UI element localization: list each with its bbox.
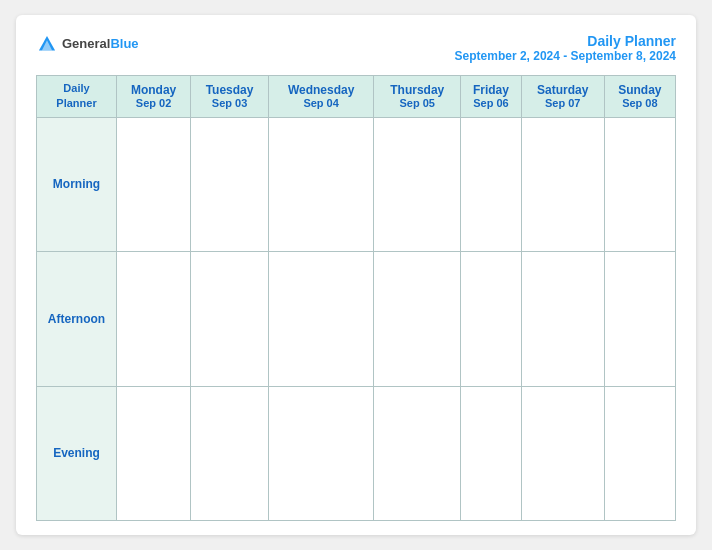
thursday-name: Thursday [376, 83, 458, 97]
calendar-table: DailyPlanner Monday Sep 02 Tuesday Sep 0… [36, 75, 676, 521]
table-header: DailyPlanner Monday Sep 02 Tuesday Sep 0… [37, 76, 676, 118]
afternoon-thursday[interactable] [374, 252, 461, 386]
morning-thursday[interactable] [374, 117, 461, 251]
morning-monday[interactable] [117, 117, 191, 251]
evening-thursday[interactable] [374, 386, 461, 520]
afternoon-wednesday[interactable] [268, 252, 373, 386]
sunday-date: Sep 08 [607, 97, 673, 109]
header-tuesday: Tuesday Sep 03 [191, 76, 269, 118]
page: GeneralBlue Daily Planner September 2, 2… [16, 15, 696, 535]
header-thursday: Thursday Sep 05 [374, 76, 461, 118]
evening-label: Evening [37, 386, 117, 520]
evening-wednesday[interactable] [268, 386, 373, 520]
wednesday-name: Wednesday [271, 83, 371, 97]
logo-text: GeneralBlue [62, 36, 139, 52]
friday-date: Sep 06 [463, 97, 518, 109]
afternoon-friday[interactable] [461, 252, 521, 386]
header-saturday: Saturday Sep 07 [521, 76, 604, 118]
sunday-name: Sunday [607, 83, 673, 97]
monday-date: Sep 02 [119, 97, 188, 109]
evening-row: Evening [37, 386, 676, 520]
morning-saturday[interactable] [521, 117, 604, 251]
header-wednesday: Wednesday Sep 04 [268, 76, 373, 118]
morning-label: Morning [37, 117, 117, 251]
table-body: Morning Afternoon Evening [37, 117, 676, 520]
logo-blue: Blue [110, 36, 138, 51]
afternoon-monday[interactable] [117, 252, 191, 386]
tuesday-date: Sep 03 [193, 97, 266, 109]
friday-name: Friday [463, 83, 518, 97]
morning-friday[interactable] [461, 117, 521, 251]
afternoon-sunday[interactable] [604, 252, 675, 386]
afternoon-tuesday[interactable] [191, 252, 269, 386]
thursday-date: Sep 05 [376, 97, 458, 109]
morning-wednesday[interactable] [268, 117, 373, 251]
logo-icon [36, 33, 58, 55]
evening-monday[interactable] [117, 386, 191, 520]
evening-sunday[interactable] [604, 386, 675, 520]
evening-saturday[interactable] [521, 386, 604, 520]
tuesday-name: Tuesday [193, 83, 266, 97]
monday-name: Monday [119, 83, 188, 97]
afternoon-label: Afternoon [37, 252, 117, 386]
wednesday-date: Sep 04 [271, 97, 371, 109]
header-monday: Monday Sep 02 [117, 76, 191, 118]
planner-date-range: September 2, 2024 - September 8, 2024 [455, 49, 676, 63]
saturday-name: Saturday [524, 83, 602, 97]
morning-row: Morning [37, 117, 676, 251]
header-friday: Friday Sep 06 [461, 76, 521, 118]
evening-friday[interactable] [461, 386, 521, 520]
daily-planner-header: DailyPlanner [37, 76, 117, 118]
evening-tuesday[interactable] [191, 386, 269, 520]
morning-sunday[interactable] [604, 117, 675, 251]
header: GeneralBlue Daily Planner September 2, 2… [36, 33, 676, 63]
saturday-date: Sep 07 [524, 97, 602, 109]
afternoon-row: Afternoon [37, 252, 676, 386]
morning-tuesday[interactable] [191, 117, 269, 251]
logo-area: GeneralBlue [36, 33, 139, 55]
title-area: Daily Planner September 2, 2024 - Septem… [455, 33, 676, 63]
logo-general: General [62, 36, 110, 51]
planner-title: Daily Planner [455, 33, 676, 49]
afternoon-saturday[interactable] [521, 252, 604, 386]
header-sunday: Sunday Sep 08 [604, 76, 675, 118]
header-row: DailyPlanner Monday Sep 02 Tuesday Sep 0… [37, 76, 676, 118]
